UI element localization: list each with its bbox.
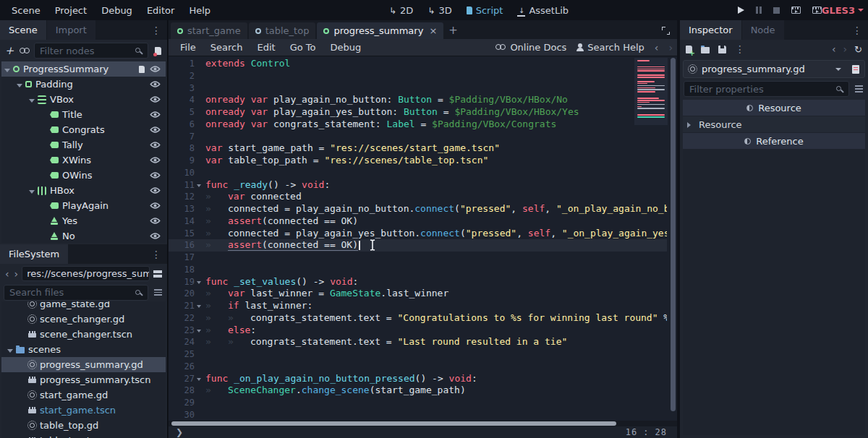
- code-line-1[interactable]: 1extends Control: [169, 58, 667, 70]
- script-tab-progress_summary[interactable]: progress_summary×: [317, 22, 443, 39]
- visibility-icon[interactable]: [150, 217, 161, 225]
- search-files-input[interactable]: [4, 285, 148, 301]
- file-row-game_state-gd[interactable]: game_state.gd: [1, 301, 166, 312]
- breadcrumb-chevron[interactable]: ❯: [176, 427, 183, 437]
- tree-row-vbox[interactable]: VBox: [1, 92, 166, 107]
- script-menu-go-to[interactable]: Go To: [283, 42, 323, 53]
- code-line-13[interactable]: 13»connected = play_again_no_button.conn…: [169, 203, 667, 215]
- file-row-table_top-gd[interactable]: table_top.gd: [1, 418, 166, 433]
- workspace-3d[interactable]: 3D: [427, 5, 451, 16]
- filter-nodes-input[interactable]: [34, 43, 148, 59]
- fold-caret[interactable]: [197, 184, 201, 187]
- renderer-selector[interactable]: GLES3: [822, 5, 864, 16]
- collapse-caret[interactable]: [4, 64, 13, 74]
- file-row-progress_summary-gd[interactable]: progress_summary.gd: [1, 357, 166, 372]
- code-line-29[interactable]: 29: [169, 397, 667, 409]
- code-line-17[interactable]: 17: [169, 252, 667, 264]
- collapse-caret[interactable]: [29, 94, 38, 105]
- visibility-icon[interactable]: [150, 80, 161, 88]
- online-docs-button[interactable]: Online Docs: [495, 42, 566, 53]
- code-line-22[interactable]: 22»»congrats_statement.text = "Congratul…: [169, 312, 667, 325]
- tree-row-hbox[interactable]: HBox: [1, 183, 166, 198]
- tree-row-congrats[interactable]: Congrats: [1, 122, 166, 137]
- visibility-icon[interactable]: [150, 65, 161, 73]
- visibility-icon[interactable]: [150, 232, 161, 240]
- workspace-assetlib[interactable]: AssetLib: [517, 4, 569, 17]
- fold-caret[interactable]: [197, 330, 201, 332]
- visibility-icon[interactable]: [150, 111, 161, 119]
- panel-menu-icon[interactable]: ⋮: [145, 20, 167, 40]
- code-area[interactable]: 1extends Control234onready var play_agai…: [169, 56, 677, 421]
- code-minimap[interactable]: [634, 58, 668, 125]
- expand-caret[interactable]: [687, 119, 696, 130]
- workspace-2d[interactable]: 2D: [389, 5, 413, 16]
- collapse-caret[interactable]: [17, 79, 25, 90]
- code-line-8[interactable]: 8var start_game_path = "res://scenes/sta…: [169, 142, 667, 155]
- script-menu-debug[interactable]: Debug: [323, 42, 368, 53]
- property-tools-button[interactable]: [853, 85, 864, 93]
- menu-scene[interactable]: Scene: [4, 5, 48, 16]
- file-row-table_top-tscn[interactable]: table_top.tscn: [1, 433, 166, 438]
- code-line-21[interactable]: 21»if last_winner:: [169, 300, 667, 312]
- tree-row-progresssummary[interactable]: ProgressSummary: [1, 61, 166, 77]
- vertical-scrollbar[interactable]: [670, 56, 676, 421]
- collapse-caret[interactable]: [7, 344, 16, 355]
- close-tab-icon[interactable]: ×: [429, 25, 437, 36]
- code-line-9[interactable]: 9var table_top_path = "res://scenes/tabl…: [169, 155, 667, 167]
- file-row-scene_changer-tscn[interactable]: scene_changer.tscn: [1, 327, 166, 342]
- tab-node[interactable]: Node: [742, 20, 784, 40]
- panel-menu-icon[interactable]: ⋮: [145, 244, 167, 264]
- tab-scene[interactable]: Scene: [0, 20, 46, 40]
- add-node-button[interactable]: [4, 44, 15, 57]
- code-line-3[interactable]: 3: [169, 82, 667, 95]
- search-files-field[interactable]: [9, 287, 133, 298]
- filter-nodes-field[interactable]: [40, 46, 133, 56]
- script-menu-edit[interactable]: Edit: [250, 42, 282, 53]
- script-attached-icon[interactable]: [139, 66, 145, 73]
- code-line-6[interactable]: 6onready var congrats_statement: Label =…: [169, 119, 667, 131]
- code-line-14[interactable]: 14»assert(connected == OK): [169, 215, 667, 228]
- tree-row-tally[interactable]: Tally: [1, 137, 166, 153]
- code-line-16[interactable]: 16»assert(connected == OK): [169, 239, 667, 252]
- tree-row-xwins[interactable]: XWins: [1, 153, 166, 168]
- history-back-icon[interactable]: ‹: [832, 43, 836, 55]
- file-row-start_game-gd[interactable]: start_game.gd: [1, 387, 166, 403]
- history-forward-icon[interactable]: ›: [668, 42, 673, 53]
- play-custom-scene-button[interactable]: [812, 7, 822, 14]
- code-line-28[interactable]: 28»SceneChanger.change_scene(start_game_…: [169, 385, 667, 397]
- menu-help[interactable]: Help: [182, 5, 218, 16]
- file-row-scene_changer-gd[interactable]: scene_changer.gd: [1, 312, 166, 327]
- code-line-26[interactable]: 26: [169, 361, 667, 373]
- filter-properties-field[interactable]: [689, 84, 834, 95]
- load-resource-icon[interactable]: [701, 47, 710, 53]
- save-resource-icon[interactable]: [718, 46, 726, 53]
- stop-button[interactable]: [773, 7, 780, 14]
- code-line-27[interactable]: 27func _on_play_again_no_button_pressed(…: [169, 373, 667, 385]
- code-line-12[interactable]: 12»var connected: [169, 191, 667, 203]
- visibility-icon[interactable]: [150, 186, 161, 194]
- menu-debug[interactable]: Debug: [94, 5, 140, 16]
- fold-caret[interactable]: [197, 378, 201, 381]
- path-breadcrumb[interactable]: res://scenes/progress_sum: [22, 266, 150, 281]
- code-line-18[interactable]: 18: [169, 264, 667, 276]
- visibility-icon[interactable]: [150, 156, 161, 164]
- tab-inspector[interactable]: Inspector: [680, 20, 741, 40]
- script-menu-file[interactable]: File: [173, 42, 203, 53]
- history-back-icon[interactable]: ‹: [655, 42, 659, 53]
- script-tab-table_top[interactable]: table_top: [249, 22, 316, 39]
- menu-editor[interactable]: Editor: [140, 5, 182, 16]
- code-line-11[interactable]: 11func _ready() -> void:: [169, 179, 667, 192]
- code-line-24[interactable]: 24»»congrats_statement.text = "Last roun…: [169, 336, 667, 348]
- tree-row-title[interactable]: Title: [1, 107, 166, 122]
- tab-import[interactable]: Import: [47, 20, 95, 40]
- panel-menu-icon[interactable]: ⋮: [846, 20, 868, 40]
- tab-filesystem[interactable]: FileSystem: [0, 244, 68, 264]
- filter-properties-input[interactable]: [684, 81, 849, 97]
- tree-row-playagain[interactable]: PlayAgain: [1, 198, 166, 213]
- file-row-start_game-tscn[interactable]: start_game.tscn: [1, 403, 166, 418]
- instance-scene-button[interactable]: [19, 48, 30, 54]
- sort-files-button[interactable]: [152, 289, 163, 296]
- visibility-icon[interactable]: [150, 141, 161, 149]
- history-icon[interactable]: ↻: [854, 44, 862, 55]
- code-line-15[interactable]: 15»connected = play_again_yes_button.con…: [169, 228, 667, 240]
